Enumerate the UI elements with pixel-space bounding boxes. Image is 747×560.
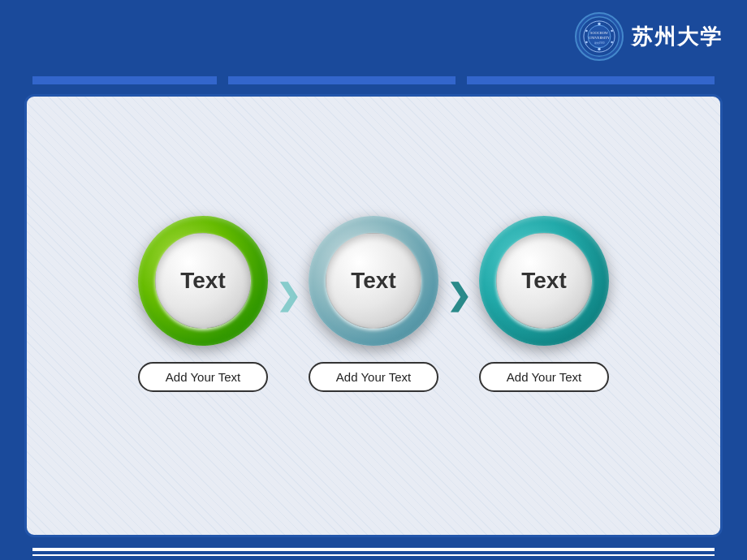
arrow-1: ❯ (268, 278, 309, 312)
university-seal: SOOCHOW UNIVERSITY 建校1900 (575, 12, 624, 61)
university-name-text: 苏州大学 (632, 23, 723, 51)
circle-3-text: Text (521, 268, 567, 294)
circle-2-text: Text (351, 268, 396, 294)
circle-1-text: Text (180, 268, 226, 294)
inner-circle-1: Text (155, 233, 251, 329)
svg-point-7 (611, 30, 613, 32)
logo-area: SOOCHOW UNIVERSITY 建校1900 苏州大学 (575, 12, 723, 61)
inner-circle-2: Text (326, 233, 421, 329)
bottom-lines (32, 548, 715, 556)
circle-item-2: Text Add Your Text (309, 216, 438, 392)
bottom-line-thin (32, 554, 715, 556)
svg-point-8 (611, 41, 613, 44)
content-card: Text Add Your Text ❯ Text Ad (24, 94, 723, 537)
deco-bar-inner (32, 76, 715, 84)
badge-1: Add Your Text (138, 362, 268, 392)
bottom-deco (0, 544, 747, 560)
arrow-2: ❯ (438, 278, 479, 312)
app-container: SOOCHOW UNIVERSITY 建校1900 苏州大学 (0, 0, 747, 560)
svg-point-11 (585, 30, 588, 32)
svg-point-6 (598, 23, 600, 25)
main-content: Text Add Your Text ❯ Text Ad (0, 88, 747, 544)
circle-item-1: Text Add Your Text (138, 216, 268, 392)
circle-gray-teal[interactable]: Text (309, 216, 438, 346)
deco-bar-top (0, 73, 747, 88)
circles-row: Text Add Your Text ❯ Text Ad (138, 216, 609, 392)
badge-3: Add Your Text (479, 362, 609, 392)
svg-text:SOOCHOW: SOOCHOW (590, 31, 609, 35)
chevron-right-icon-2: ❯ (447, 278, 471, 312)
chevron-right-icon-1: ❯ (276, 278, 300, 312)
svg-text:建校1900: 建校1900 (594, 41, 605, 45)
circle-teal[interactable]: Text (479, 216, 609, 346)
svg-text:UNIVERSITY: UNIVERSITY (589, 36, 611, 40)
circle-item-3: Text Add Your Text (479, 216, 609, 392)
bottom-line-thick (32, 548, 715, 551)
badge-2: Add Your Text (309, 362, 438, 392)
circle-green[interactable]: Text (138, 216, 268, 346)
inner-circle-3: Text (496, 233, 592, 329)
svg-point-9 (598, 48, 600, 50)
svg-point-10 (585, 41, 588, 44)
header-bar: SOOCHOW UNIVERSITY 建校1900 苏州大学 (0, 0, 747, 73)
